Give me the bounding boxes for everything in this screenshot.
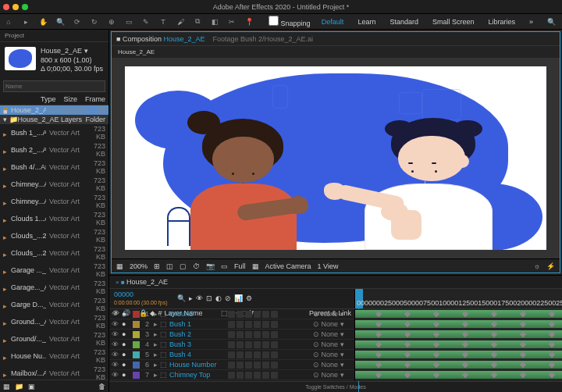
project-item[interactable]: ▸Clouds_...2_AE.aiVector Art723 KB bbox=[0, 244, 108, 262]
timeline-layer[interactable]: 👁●6▸ ⬚House Number⊙ None ▾ bbox=[109, 360, 354, 370]
workspace-standard[interactable]: Standard bbox=[386, 16, 422, 27]
timecode[interactable]: 00000 bbox=[114, 290, 133, 298]
track[interactable] bbox=[355, 360, 562, 370]
project-item[interactable]: ▸Garge D..._AE.aiVector Art723 KB bbox=[0, 296, 108, 313]
new-folder-icon[interactable]: 📁 bbox=[15, 383, 23, 390]
project-item[interactable]: ▸Mailbox/...AE.aiVector Art723 KB bbox=[0, 365, 108, 380]
zoom-dropdown[interactable]: 200% bbox=[130, 262, 148, 270]
project-item[interactable]: ▸Bush 1_...AE.aiVector Art723 KB bbox=[0, 124, 108, 141]
project-item-comp[interactable]: ■ House_2_AE Composition 30 bbox=[0, 105, 108, 115]
project-item[interactable]: ▸Garage..._AE.aiVector Art723 KB bbox=[0, 279, 108, 296]
time-ruler[interactable]: 0000000250005000075001000012500150001750… bbox=[355, 289, 562, 308]
view-dropdown[interactable]: 1 View bbox=[318, 262, 339, 270]
bit-depth-icon[interactable]: ▦ bbox=[3, 383, 10, 390]
motion-blur-icon[interactable]: ⊘ bbox=[225, 294, 231, 302]
timeline-layer[interactable]: 👁●1▸ ⬚Ground⊙ None ▾ bbox=[109, 309, 354, 319]
track[interactable] bbox=[355, 370, 562, 380]
project-item[interactable]: ▸Ground/..._AE.aiVector Art723 KB bbox=[0, 330, 108, 347]
col-frame[interactable]: Frame bbox=[85, 95, 105, 103]
snapshot-icon[interactable]: 📷 bbox=[206, 262, 215, 270]
track[interactable] bbox=[355, 319, 562, 330]
project-tab[interactable]: Project bbox=[0, 30, 108, 42]
project-item[interactable]: ▸Clouds_...2_AE.aiVector Art723 KB bbox=[0, 227, 108, 244]
footage-tab[interactable]: Footage Bush 2/House_2_AE.ai bbox=[213, 35, 314, 43]
comp-mini-icon[interactable]: ▸ bbox=[189, 294, 193, 302]
mask-icon[interactable]: ▢ bbox=[180, 262, 187, 270]
layer-list[interactable]: 👁●1▸ ⬚Ground⊙ None ▾👁●2▸ ⬚Bush 1⊙ None ▾… bbox=[109, 309, 355, 381]
project-item[interactable]: ▸Ground..._AE.aiVector Art723 KB bbox=[0, 313, 108, 330]
time-icon[interactable]: ⏱ bbox=[193, 262, 200, 270]
frame-blend-icon[interactable]: ◐ bbox=[215, 294, 222, 302]
minimize-window[interactable] bbox=[12, 4, 19, 10]
timeline-footer[interactable]: Toggle Switches / Modes bbox=[109, 381, 562, 392]
brain-icon[interactable]: ⚙ bbox=[246, 294, 252, 302]
comp-tab-active[interactable]: House_2_AE bbox=[163, 35, 205, 43]
composition-viewer[interactable] bbox=[112, 58, 560, 258]
zoom-tool-icon[interactable]: 🔍 bbox=[55, 16, 66, 27]
trash-icon[interactable]: 🗑 bbox=[98, 383, 105, 390]
alpha-icon[interactable]: ▦ bbox=[116, 262, 123, 270]
project-item[interactable]: ▸Chimney...AE.aiVector Art723 KB bbox=[0, 193, 108, 210]
track[interactable] bbox=[355, 340, 562, 350]
project-item[interactable]: ▸Chimney...AE.aiVector Art723 KB bbox=[0, 176, 108, 193]
close-window[interactable] bbox=[3, 4, 9, 10]
project-item[interactable]: ▸Clouds 1...AE.aiVector Art723 KB bbox=[0, 210, 108, 227]
orbit-tool-icon[interactable]: ⟳ bbox=[72, 16, 83, 27]
maximize-window[interactable] bbox=[22, 4, 28, 10]
grid-icon[interactable]: ⊞ bbox=[154, 262, 160, 270]
search-help-icon[interactable]: 🔍 bbox=[544, 16, 559, 27]
col-size[interactable]: Size bbox=[63, 95, 77, 103]
puppet-tool-icon[interactable]: 📍 bbox=[244, 16, 254, 27]
region-icon[interactable]: ▭ bbox=[221, 262, 228, 270]
workspace-more-icon[interactable]: » bbox=[526, 16, 536, 27]
selection-tool-icon[interactable]: ▸ bbox=[20, 16, 31, 27]
exposure-icon[interactable]: ☼ bbox=[534, 262, 540, 270]
pen-tool-icon[interactable]: ✎ bbox=[140, 16, 151, 27]
draft-icon[interactable]: ⊡ bbox=[206, 294, 212, 302]
col-type[interactable]: Type bbox=[41, 95, 56, 103]
snapping-checkbox[interactable] bbox=[269, 16, 279, 26]
timeline-tab[interactable]: House_2_AE bbox=[126, 278, 168, 286]
new-comp-icon[interactable]: ▣ bbox=[28, 383, 35, 390]
project-list[interactable]: ■ House_2_AE Composition 30 ▾ 📁 House_2_… bbox=[0, 105, 108, 380]
project-item[interactable]: ▸Bush 2_...AE.aiVector Art723 KB bbox=[0, 141, 108, 159]
tracks-area[interactable] bbox=[355, 309, 562, 381]
graph-icon[interactable]: 📊 bbox=[234, 294, 243, 302]
timeline-layer[interactable]: 👁●7▸ ⬚Chimney Top⊙ None ▾ bbox=[109, 370, 354, 380]
camera-dropdown[interactable]: Active Camera bbox=[265, 262, 311, 270]
guides-icon[interactable]: ◫ bbox=[166, 262, 173, 270]
brush-tool-icon[interactable]: 🖌 bbox=[175, 16, 186, 27]
track[interactable] bbox=[355, 330, 562, 340]
eraser-tool-icon[interactable]: ◧ bbox=[209, 16, 220, 27]
timeline-layer[interactable]: 👁●2▸ ⬚Bush 1⊙ None ▾ bbox=[109, 319, 354, 330]
workspace-small[interactable]: Small Screen bbox=[429, 16, 478, 27]
roto-tool-icon[interactable]: ✂ bbox=[226, 16, 237, 27]
project-item[interactable]: ▸Garage ..._AE.aiVector Art723 KB bbox=[0, 262, 108, 279]
track[interactable] bbox=[355, 350, 562, 360]
rotation-tool-icon[interactable]: ↻ bbox=[89, 16, 100, 27]
clone-tool-icon[interactable]: ⧉ bbox=[192, 16, 203, 27]
track[interactable] bbox=[355, 309, 562, 319]
timeline-layer[interactable]: 👁●5▸ ⬚Bush 4⊙ None ▾ bbox=[109, 350, 354, 360]
shape-tool-icon[interactable]: ▭ bbox=[123, 16, 134, 27]
track[interactable] bbox=[355, 380, 562, 381]
project-item[interactable]: ▸Bush 4/...AE.aiVector Art723 KB bbox=[0, 159, 108, 176]
timeline-layer[interactable]: 👁●4▸ ⬚Bush 3⊙ None ▾ bbox=[109, 340, 354, 350]
search-timeline-icon[interactable]: 🔍 bbox=[177, 294, 186, 302]
workspace-default[interactable]: Default bbox=[318, 16, 347, 27]
hand-tool-icon[interactable]: ✋ bbox=[37, 16, 48, 27]
col-name[interactable] bbox=[3, 95, 33, 103]
project-search-input[interactable] bbox=[3, 80, 105, 92]
shy-icon[interactable]: 👁 bbox=[196, 294, 203, 302]
home-icon[interactable]: ⌂ bbox=[3, 16, 14, 27]
transparency-icon[interactable]: ▦ bbox=[252, 262, 259, 270]
anchor-tool-icon[interactable]: ⊕ bbox=[106, 16, 117, 27]
comp-breadcrumb[interactable]: House_2_AE bbox=[112, 46, 560, 58]
project-item-folder[interactable]: ▾ 📁 House_2_AE Layers Folder bbox=[0, 115, 108, 124]
fast-preview-icon[interactable]: ⚡ bbox=[546, 262, 555, 270]
timeline-layer[interactable]: 👁●3▸ ⬚Bush 2⊙ None ▾ bbox=[109, 330, 354, 340]
comp-name[interactable]: House_2_AE ▾ bbox=[41, 47, 103, 56]
workspace-learn[interactable]: Learn bbox=[354, 16, 379, 27]
text-tool-icon[interactable]: T bbox=[158, 16, 169, 27]
resolution-dropdown[interactable]: Full bbox=[234, 262, 246, 270]
